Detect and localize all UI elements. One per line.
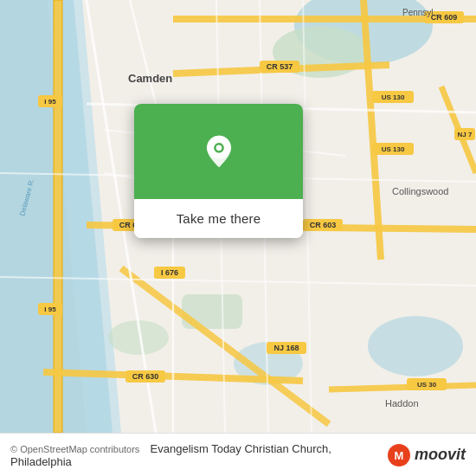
moovit-icon: M — [387, 443, 411, 467]
svg-text:Collingswood: Collingswood — [392, 186, 448, 196]
attribution-label: © OpenStreetMap contributors — [10, 444, 139, 454]
copyright-text: © OpenStreetMap contributors Evangelism … — [10, 442, 382, 468]
location-pin-icon — [202, 134, 236, 169]
svg-point-4 — [368, 316, 463, 376]
svg-text:CR 537: CR 537 — [267, 62, 293, 71]
svg-line-17 — [329, 385, 476, 389]
svg-text:I 95: I 95 — [44, 98, 56, 106]
take-me-there-button[interactable]: Take me there — [134, 199, 303, 238]
bottom-bar: © OpenStreetMap contributors Evangelism … — [0, 433, 476, 476]
svg-text:I 95: I 95 — [44, 306, 56, 313]
svg-text:US 30: US 30 — [417, 381, 437, 389]
popup-card: Take me there — [134, 104, 303, 238]
svg-text:NJ 168: NJ 168 — [273, 344, 299, 352]
svg-text:I 676: I 676 — [161, 268, 178, 277]
svg-rect-9 — [54, 0, 62, 433]
moovit-brand-text: moovit — [415, 446, 466, 464]
svg-text:CR 603: CR 603 — [310, 221, 337, 229]
svg-point-64 — [215, 145, 222, 151]
moovit-logo: M moovit — [387, 443, 466, 467]
svg-text:Pennsyl...: Pennsyl... — [402, 8, 441, 17]
svg-text:CR 630: CR 630 — [132, 372, 159, 381]
svg-text:NJ 7: NJ 7 — [458, 131, 473, 138]
svg-text:Haddon: Haddon — [385, 398, 419, 408]
svg-text:M: M — [395, 449, 404, 462]
svg-text:US 130: US 130 — [382, 93, 405, 101]
map-container: CR 609 CR 537 US 130 US 130 I 95 I 95 CR… — [0, 0, 476, 433]
svg-text:Camden: Camden — [128, 72, 172, 85]
popup-map-preview — [134, 104, 303, 199]
svg-text:US 130: US 130 — [382, 145, 405, 153]
